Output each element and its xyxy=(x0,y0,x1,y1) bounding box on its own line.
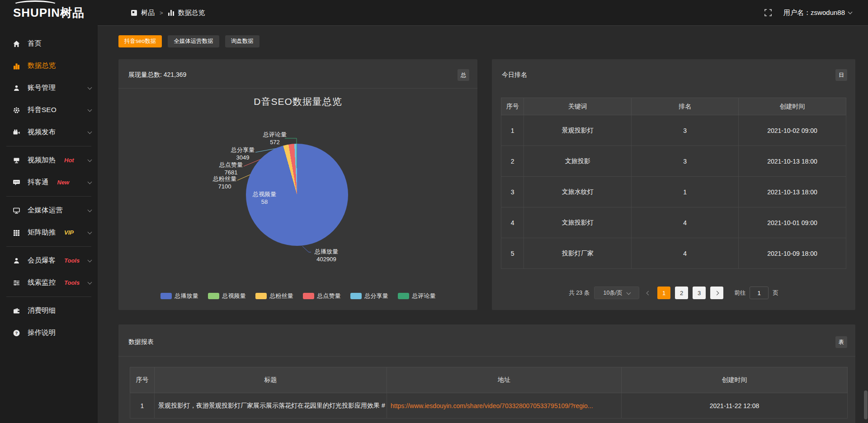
col-title: 标题 xyxy=(155,367,387,393)
sidebar-item-douyin-seo[interactable]: 抖音SEO xyxy=(0,99,98,121)
page-button-3[interactable]: 3 xyxy=(693,287,706,299)
chevron-down-icon xyxy=(88,129,92,134)
sidebar-item-video-heat[interactable]: 视频加热 Hot xyxy=(0,149,98,171)
goto-label: 前往 xyxy=(734,289,745,297)
breadcrumb-root[interactable]: 树品 xyxy=(141,9,155,17)
gear-icon xyxy=(12,106,21,114)
breadcrumb: 树品 > 数据总览 xyxy=(131,9,205,17)
sidebar-item-label: 视频加热 xyxy=(28,155,56,165)
sidebar-item-label: 账号管理 xyxy=(28,83,56,93)
col-created: 创建时间 xyxy=(622,367,848,393)
tab-douyin-seo-data[interactable]: 抖音seo数据 xyxy=(118,35,162,47)
pie-label-plays: 总播放量402909 xyxy=(308,248,344,263)
screen-stand-icon xyxy=(12,156,21,164)
next-page-button[interactable] xyxy=(710,287,723,299)
pie-label-fans: 总粉丝量7100 xyxy=(209,175,241,190)
pagination-total: 共 23 条 xyxy=(569,289,590,297)
user-menu[interactable]: 用户名：zswodun88 xyxy=(783,9,852,17)
chevron-down-icon xyxy=(88,179,92,184)
divider xyxy=(118,88,477,89)
col-url: 地址 xyxy=(387,367,622,393)
legend-item-likes[interactable]: 总点赞量 xyxy=(303,292,341,300)
breadcrumb-separator: > xyxy=(160,9,163,16)
pie-chart-title: D音SEO数据量总览 xyxy=(118,95,477,108)
app-square-icon xyxy=(131,10,137,16)
sidebar-item-media-operation[interactable]: 全媒体运营 xyxy=(0,199,98,221)
legend-item-fans[interactable]: 总粉丝量 xyxy=(255,292,293,300)
data-report-panel: 数据报表 表 序号 标题 地址 创建时间 1 景观投影灯，夜游景观投影灯厂家展示… xyxy=(118,324,855,423)
sidebar-item-label: 首页 xyxy=(28,39,42,48)
sliders-icon xyxy=(12,279,21,287)
table-row: 2文旅投影32021-10-13 18:00 xyxy=(501,146,846,177)
wallet-icon xyxy=(12,307,21,315)
chevron-right-icon xyxy=(715,291,719,295)
page-scrollbar[interactable] xyxy=(863,25,868,423)
page-button-1[interactable]: 1 xyxy=(657,287,670,299)
seo-overview-panel: 展现量总数: 421,369 总 D音SEO数据量总览 总评论量572 总分享量… xyxy=(118,59,477,310)
prev-page-button[interactable] xyxy=(644,291,653,295)
chart-bars-icon xyxy=(12,62,21,70)
legend-item-videos[interactable]: 总视频量 xyxy=(208,292,246,300)
tab-media-operation-data[interactable]: 全媒体运营数据 xyxy=(168,35,219,47)
page-button-2[interactable]: 2 xyxy=(675,287,688,299)
sidebar-item-account[interactable]: 账号管理 xyxy=(0,77,98,99)
main-content: 抖音seo数据 全媒体运营数据 询盘数据 展现量总数: 421,369 总 D音… xyxy=(98,25,868,423)
sidebar-item-home[interactable]: 首页 xyxy=(0,33,98,55)
question-circle-icon: ? xyxy=(12,329,21,337)
chevron-down-icon xyxy=(88,207,92,212)
username-label: 用户名：zswodun88 xyxy=(783,9,845,17)
total-toggle-button[interactable]: 总 xyxy=(458,69,469,81)
pie-label-comments: 总评论量572 xyxy=(259,131,291,146)
page-size-select[interactable]: 10条/页 xyxy=(594,287,639,299)
grid-icon xyxy=(12,229,21,236)
sidebar-item-label: 数据总览 xyxy=(28,61,56,70)
app-logo[interactable]: SHUPIN树品 xyxy=(0,0,98,25)
sidebar-item-matrix-boost[interactable]: 矩阵助推 VIP xyxy=(0,221,98,244)
legend-item-plays[interactable]: 总播放量 xyxy=(160,292,198,300)
tools-badge: Tools xyxy=(64,257,80,264)
table-row: 5投影灯厂家42021-10-09 18:00 xyxy=(501,238,846,269)
scrollbar-thumb[interactable] xyxy=(864,390,868,419)
tab-inquiry-data[interactable]: 询盘数据 xyxy=(225,35,259,47)
report-table: 序号 标题 地址 创建时间 1 景观投影灯，夜游景观投影灯厂家展示展示落花灯在花… xyxy=(130,367,848,418)
sidebar-item-label: 操作说明 xyxy=(28,328,56,338)
sidebar-divider xyxy=(6,196,91,197)
sidebar-item-lead-monitor[interactable]: 线索监控 Tools xyxy=(0,272,98,294)
sidebar-item-label: 视频发布 xyxy=(28,127,56,137)
pie-label-likes: 总点赞量7681 xyxy=(215,161,247,176)
breadcrumb-current[interactable]: 数据总览 xyxy=(178,9,205,17)
chevron-down-icon xyxy=(88,157,92,162)
pie-legend: 总播放量 总视频量 总粉丝量 总点赞量 总分享量 总评论量 xyxy=(118,292,477,300)
day-toggle-button[interactable]: 日 xyxy=(835,69,847,81)
col-created: 创建时间 xyxy=(738,98,846,115)
report-title-cell: 景观投影灯，夜游景观投影灯厂家展示展示落花灯在花园里的灯光投影应用效果 # xyxy=(155,393,387,418)
sidebar-item-video-publish[interactable]: 视频发布 xyxy=(0,121,98,143)
user-icon xyxy=(12,84,21,92)
legend-item-shares[interactable]: 总分享量 xyxy=(350,292,388,300)
chevron-left-icon xyxy=(646,291,651,295)
sidebar-divider xyxy=(6,146,91,146)
legend-item-comments[interactable]: 总评论量 xyxy=(398,292,436,300)
chevron-down-icon xyxy=(88,85,92,89)
chevron-down-icon xyxy=(848,9,853,14)
sidebar-item-data-overview[interactable]: 数据总览 xyxy=(0,55,98,77)
impressions-total-label: 展现量总数: 421,369 xyxy=(128,71,186,79)
col-index: 序号 xyxy=(130,367,155,393)
sidebar-item-help[interactable]: ? 操作说明 xyxy=(0,322,98,344)
sidebar-item-consumption[interactable]: 消费明细 xyxy=(0,300,98,322)
svg-text:?: ? xyxy=(15,330,18,335)
table-toggle-button[interactable]: 表 xyxy=(835,336,847,348)
hot-badge: Hot xyxy=(64,157,74,164)
fullscreen-icon[interactable] xyxy=(764,9,772,16)
sidebar-item-doukerton[interactable]: 抖客通 New xyxy=(0,171,98,193)
sidebar-item-label: 矩阵助推 xyxy=(28,228,56,237)
chevron-down-icon xyxy=(88,230,92,234)
goto-page-input[interactable] xyxy=(750,287,769,299)
ranking-panel-title: 今日排名 xyxy=(502,71,527,79)
today-ranking-panel: 今日排名 日 序号 关键词 排名 创建时间 1景观投影灯32021-10-02 … xyxy=(492,59,855,310)
sidebar-item-member-burst[interactable]: 会员爆客 Tools xyxy=(0,249,98,272)
table-row: 1景观投影灯32021-10-02 09:00 xyxy=(501,115,846,146)
sidebar-divider xyxy=(6,296,91,297)
video-camera-icon xyxy=(12,128,21,136)
report-video-link[interactable]: https://www.iesdouyin.com/share/video/70… xyxy=(391,402,593,409)
